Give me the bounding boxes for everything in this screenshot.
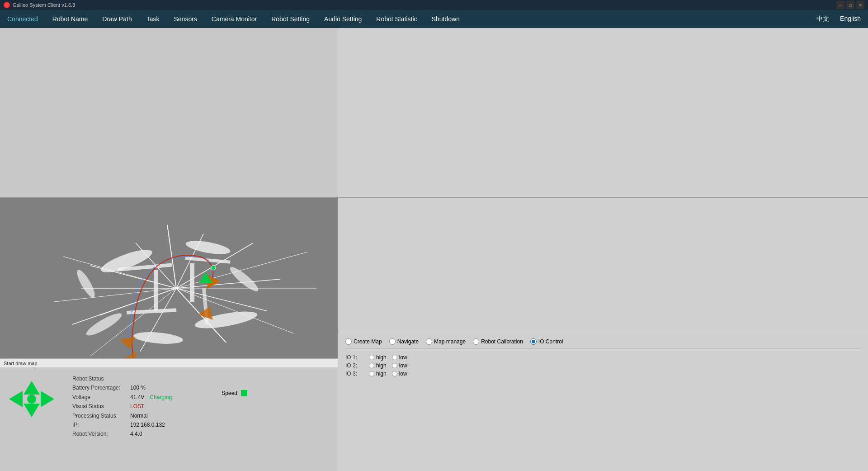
processing-value: Normal <box>130 411 148 420</box>
ip-label: IP: <box>72 420 127 429</box>
dpad-up[interactable] <box>24 381 40 395</box>
top-panels <box>0 28 868 198</box>
mode-navigate[interactable]: Navigate <box>389 338 419 345</box>
titlebar-controls: ─ □ ✕ <box>836 1 864 9</box>
menu-draw-path[interactable]: Draw Path <box>99 14 134 24</box>
main-content: Start draw map Speed <box>0 28 868 471</box>
io-row-3: IO 3: high low <box>345 371 861 377</box>
mode-create-map-label: Create Map <box>354 338 382 345</box>
mode-io-control[interactable]: IO Control <box>530 338 563 345</box>
mode-map-manage-label: Map manage <box>434 338 466 345</box>
battery-label: Battery Percentage: <box>72 383 127 392</box>
titlebar: Galileo System Client v1.6.3 ─ □ ✕ <box>0 0 868 10</box>
titlebar-left: Galileo System Client v1.6.3 <box>4 2 75 8</box>
menu-robot-statistic[interactable]: Robot Statistic <box>373 14 420 24</box>
version-label: Robot Version: <box>72 429 127 438</box>
io1-high-radio <box>369 355 374 360</box>
menu-task[interactable]: Task <box>144 14 162 24</box>
bottom-panels: Start draw map Speed <box>0 198 868 471</box>
speed-label: Speed <box>222 390 237 396</box>
menu-robot-setting[interactable]: Robot Setting <box>269 14 312 24</box>
mode-io-control-label: IO Control <box>538 338 563 345</box>
menu-shutdown[interactable]: Shutdown <box>429 14 462 24</box>
mode-selector: Create Map Navigate Map manage <box>345 335 861 349</box>
io3-label: IO 3: <box>345 371 363 377</box>
ip-value: 192.168.0.132 <box>130 420 165 429</box>
dpad-left[interactable] <box>9 391 23 407</box>
dpad-down[interactable] <box>24 404 40 417</box>
menu-camera-monitor[interactable]: Camera Monitor <box>209 14 259 24</box>
voltage-label: Voltage <box>72 393 127 402</box>
io-row-1: IO 1: high low <box>345 354 861 361</box>
io2-low-label: low <box>399 362 407 369</box>
io2-label: IO 2: <box>345 362 363 369</box>
radio-navigate <box>389 338 396 345</box>
directional-pad <box>9 381 54 417</box>
visual-value: LOST <box>130 402 144 411</box>
mode-map-manage[interactable]: Map manage <box>426 338 466 345</box>
io1-low-option[interactable]: low <box>392 354 407 361</box>
dpad-right[interactable] <box>41 391 54 407</box>
mode-create-map[interactable]: Create Map <box>345 338 382 345</box>
mode-robot-calibration[interactable]: Robot Calibration <box>473 338 523 345</box>
io2-low-radio <box>392 363 397 368</box>
lang-zh[interactable]: 中文 <box>814 13 832 25</box>
menu-robot-name[interactable]: Robot Name <box>50 14 91 24</box>
menu-audio-setting[interactable]: Audio Setting <box>321 14 364 24</box>
io1-high-label: high <box>376 354 387 361</box>
dpad-container <box>9 381 54 417</box>
voltage-value: 41.4V <box>130 393 144 402</box>
io2-high-label: high <box>376 362 387 369</box>
lang-switcher: 中文 English <box>814 13 863 25</box>
radio-io-control <box>530 338 537 345</box>
status-text: Start draw map <box>4 361 38 366</box>
svg-rect-30 <box>154 270 158 311</box>
top-right-panel <box>338 28 868 197</box>
io1-low-radio <box>392 355 397 360</box>
map-display <box>0 198 338 367</box>
app-icon <box>4 2 10 8</box>
version-value: 4.4.0 <box>130 429 142 438</box>
visual-label: Visual Status <box>72 402 127 411</box>
battery-value: 100 % <box>130 383 146 392</box>
processing-label: Processing Status: <box>72 411 127 420</box>
radio-robot-calibration <box>473 338 479 345</box>
robot-status-label: Robot Status <box>72 374 127 383</box>
map-svg <box>0 198 338 367</box>
top-left-panel <box>0 28 338 197</box>
io2-high-radio <box>369 363 374 368</box>
mode-robot-calibration-label: Robot Calibration <box>481 338 523 345</box>
maximize-button[interactable]: □ <box>846 1 854 9</box>
io3-low-radio <box>392 371 397 376</box>
io-panel: Create Map Navigate Map manage <box>338 331 868 471</box>
robot-info: Robot Status Battery Percentage: 100 % V… <box>72 374 172 439</box>
speed-bar <box>241 390 247 396</box>
svg-rect-31 <box>190 263 194 302</box>
mode-navigate-label: Navigate <box>397 338 419 345</box>
menu-sensors[interactable]: Sensors <box>171 14 199 24</box>
map-panel[interactable]: Start draw map <box>0 198 338 367</box>
controls-panel: Speed Robot Status Battery Percentage: 1… <box>0 367 338 471</box>
lang-en[interactable]: English <box>837 13 863 25</box>
app-title: Galileo System Client v1.6.3 <box>13 2 75 8</box>
io1-high-option[interactable]: high <box>369 354 387 361</box>
io1-low-label: low <box>399 354 407 361</box>
dpad-center <box>27 395 36 404</box>
io3-low-label: low <box>399 371 407 377</box>
io3-high-radio <box>369 371 374 376</box>
status-bar: Start draw map <box>0 358 338 367</box>
io2-low-option[interactable]: low <box>392 362 407 369</box>
io3-low-option[interactable]: low <box>392 371 407 377</box>
menubar: Connected Robot Name Draw Path Task Sens… <box>0 10 868 28</box>
radio-create-map <box>345 338 352 345</box>
menu-connected[interactable]: Connected <box>5 14 41 24</box>
right-top-area <box>338 198 868 331</box>
io1-label: IO 1: <box>345 354 363 361</box>
left-column: Start draw map Speed <box>0 198 338 471</box>
io-row-2: IO 2: high low <box>345 362 861 369</box>
close-button[interactable]: ✕ <box>856 1 864 9</box>
io2-high-option[interactable]: high <box>369 362 387 369</box>
io3-high-option[interactable]: high <box>369 371 387 377</box>
minimize-button[interactable]: ─ <box>836 1 844 9</box>
speed-indicator: Speed <box>222 390 247 396</box>
